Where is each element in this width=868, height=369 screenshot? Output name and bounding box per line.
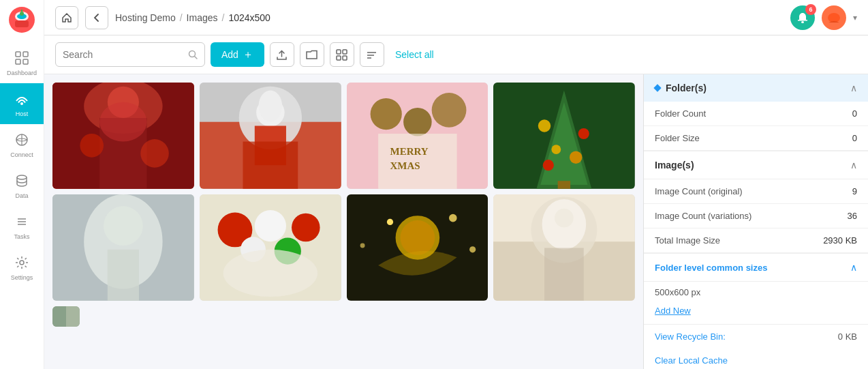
- breadcrumb: Hosting Demo / Images / 1024x500: [115, 12, 784, 23]
- total-size-row: Total Image Size 2930 KB: [644, 228, 868, 253]
- toolbar: Add ＋: [44, 35, 868, 74]
- tasks-icon: [13, 213, 31, 231]
- image-count-original-value: 9: [852, 186, 857, 196]
- image-count-variations-label: Image Count (variations): [655, 211, 751, 221]
- sidebar-label-tasks: Tasks: [14, 233, 29, 240]
- svg-rect-3: [15, 20, 29, 27]
- svg-point-68: [292, 213, 320, 242]
- image-tile[interactable]: [52, 83, 194, 189]
- svg-point-63: [104, 206, 143, 246]
- svg-point-84: [555, 209, 574, 228]
- breadcrumb-sep2: /: [222, 12, 225, 23]
- size-entry: 500x600 px: [644, 282, 868, 303]
- add-new-link[interactable]: Add New: [644, 303, 868, 324]
- add-plus-icon: ＋: [243, 48, 253, 62]
- image-count-variations-row: Image Count (variations) 36: [644, 204, 868, 228]
- breadcrumb-images[interactable]: Images: [187, 12, 218, 23]
- svg-rect-7: [23, 52, 28, 57]
- grid-view-button[interactable]: [330, 42, 354, 67]
- image-tile[interactable]: [52, 306, 80, 327]
- settings-icon: [13, 254, 31, 271]
- folder-button[interactable]: [300, 42, 324, 67]
- svg-point-56: [552, 145, 561, 154]
- folder-sizes-chevron-icon: ∧: [850, 262, 857, 273]
- svg-rect-26: [343, 56, 347, 60]
- breadcrumb-root[interactable]: Hosting Demo: [115, 12, 176, 23]
- sidebar-item-settings[interactable]: Settings: [0, 247, 44, 288]
- search-box[interactable]: [55, 42, 205, 67]
- svg-point-17: [20, 261, 24, 265]
- select-all-button[interactable]: Select all: [395, 49, 434, 60]
- svg-point-13: [17, 175, 27, 179]
- svg-rect-83: [544, 248, 584, 300]
- sidebar-label-dashboard: Dashboard: [7, 70, 37, 76]
- upload-button[interactable]: [270, 42, 294, 67]
- images-section-header[interactable]: Image(s) ∧: [644, 151, 868, 179]
- topbar-right: 6 ▾: [790, 5, 857, 30]
- svg-rect-87: [66, 306, 80, 327]
- main-area: Hosting Demo / Images / 1024x500 6: [44, 0, 868, 369]
- svg-point-36: [140, 139, 169, 168]
- image-tile[interactable]: [52, 194, 194, 301]
- image-tile[interactable]: MERRY XMAS: [347, 83, 489, 189]
- sidebar-item-data[interactable]: Data: [0, 165, 44, 206]
- clear-cache-button[interactable]: Clear Local Cache: [644, 349, 868, 369]
- images-title: Image(s): [655, 160, 694, 171]
- svg-rect-86: [52, 306, 66, 327]
- svg-rect-59: [558, 181, 570, 189]
- svg-point-47: [403, 108, 432, 136]
- svg-point-46: [431, 93, 466, 128]
- svg-point-74: [400, 220, 435, 255]
- user-menu-chevron[interactable]: ▾: [853, 13, 857, 23]
- recycle-bin-row[interactable]: View Recycle Bin: 0 KB: [644, 325, 868, 349]
- user-avatar[interactable]: [822, 5, 846, 30]
- image-tile[interactable]: [200, 83, 341, 189]
- svg-rect-9: [23, 59, 28, 64]
- svg-point-55: [578, 128, 589, 139]
- sidebar-item-host[interactable]: Host: [0, 83, 44, 124]
- add-button[interactable]: Add ＋: [211, 42, 264, 67]
- total-size-value: 2930 KB: [823, 235, 857, 246]
- svg-point-45: [370, 98, 401, 130]
- sidebar-item-connect[interactable]: Connect: [0, 124, 44, 165]
- image-tile[interactable]: [347, 194, 489, 301]
- folder-sizes-header[interactable]: Folder level common sizes ∧: [644, 254, 868, 282]
- image-tile[interactable]: [200, 194, 341, 301]
- sidebar-label-settings: Settings: [11, 274, 33, 281]
- svg-rect-24: [343, 50, 347, 54]
- svg-rect-6: [16, 52, 20, 57]
- folder-sizes-section: Folder level common sizes ∧ 500x600 px A…: [644, 254, 868, 325]
- content-area: MERRY XMAS: [44, 74, 868, 369]
- image-grid-container: MERRY XMAS: [44, 74, 643, 369]
- svg-point-35: [80, 134, 104, 158]
- folders-section-header[interactable]: Folder(s) ∧: [644, 74, 868, 102]
- svg-point-34: [99, 102, 146, 142]
- notification-badge: 6: [805, 4, 816, 15]
- image-count-variations-value: 36: [848, 211, 857, 221]
- search-input[interactable]: [63, 49, 183, 60]
- sidebar-item-dashboard[interactable]: Dashboard: [0, 42, 44, 83]
- image-tile[interactable]: [493, 83, 635, 189]
- app-logo[interactable]: [9, 7, 35, 35]
- svg-point-67: [255, 210, 286, 241]
- sidebar-label-data: Data: [15, 192, 28, 199]
- svg-text:MERRY: MERRY: [390, 146, 428, 157]
- folder-sizes-title: Folder level common sizes: [655, 263, 767, 273]
- svg-point-57: [570, 151, 582, 163]
- svg-point-58: [543, 160, 554, 171]
- svg-point-4: [20, 12, 24, 16]
- notification-button[interactable]: 6: [790, 5, 815, 30]
- svg-point-71: [223, 250, 317, 297]
- dashboard-icon: [13, 49, 31, 67]
- svg-point-54: [538, 119, 551, 132]
- right-panel: Folder(s) ∧ Folder Count 0 Folder Size 0…: [643, 74, 868, 369]
- sort-button[interactable]: [360, 42, 384, 67]
- svg-rect-25: [337, 56, 341, 60]
- image-tile[interactable]: [493, 194, 635, 301]
- home-button[interactable]: [55, 6, 78, 29]
- svg-point-10: [20, 102, 23, 105]
- svg-point-18: [801, 21, 804, 23]
- back-button[interactable]: [85, 6, 108, 29]
- images-chevron-icon: ∧: [850, 160, 857, 171]
- sidebar-item-tasks[interactable]: Tasks: [0, 206, 44, 247]
